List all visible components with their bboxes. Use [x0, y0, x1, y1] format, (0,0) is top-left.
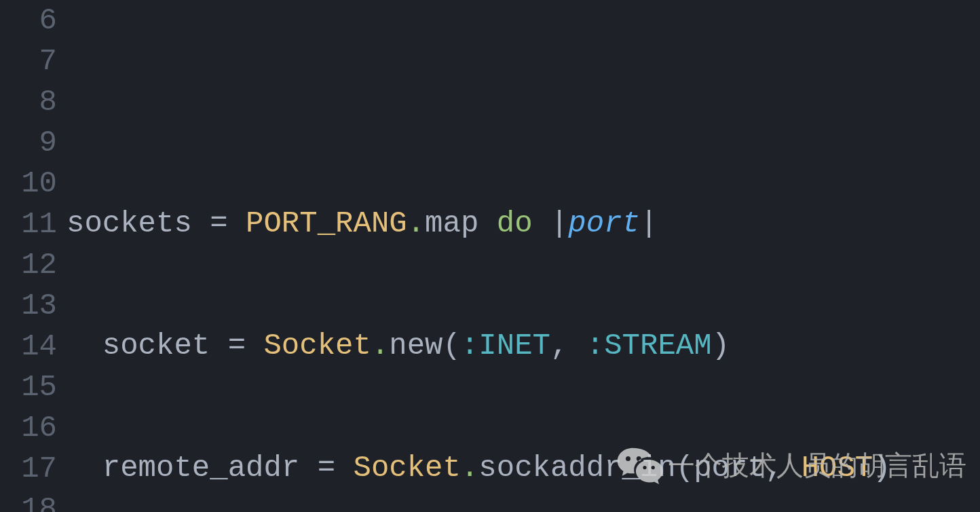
- token-operator: =: [210, 329, 263, 363]
- line-number: 18: [0, 489, 57, 512]
- token-method: map: [425, 206, 478, 240]
- line-number: 15: [0, 367, 57, 407]
- token-parameter: port: [568, 206, 640, 240]
- line-number: 10: [0, 163, 57, 204]
- wechat-icon: [616, 445, 664, 485]
- code-line: [67, 81, 980, 122]
- watermark: 一个技术人员的胡言乱语: [616, 445, 966, 485]
- line-number: 8: [0, 81, 57, 122]
- token-class: Socket: [353, 451, 460, 485]
- line-number: 13: [0, 285, 57, 326]
- token-constant: PORT_RANG: [246, 206, 407, 240]
- token-variable: socket: [102, 329, 210, 363]
- token-variable: sockets: [67, 206, 192, 240]
- line-number: 16: [0, 407, 57, 448]
- token-symbol: :INET: [461, 329, 550, 363]
- token-keyword: do: [497, 206, 533, 240]
- token-dot: .: [461, 451, 478, 485]
- code-line: sockets = PORT_RANG.map do |port|: [67, 203, 980, 244]
- line-number-gutter: 6 7 8 9 10 11 12 13 14 15 16 17 18: [0, 0, 67, 512]
- token-punct: (: [443, 329, 461, 363]
- line-number: 6: [0, 0, 57, 41]
- token-dot: .: [407, 206, 425, 240]
- token-class: Socket: [263, 329, 371, 363]
- token-punct: |: [550, 206, 568, 240]
- line-number: 11: [0, 204, 57, 244]
- line-number: 7: [0, 41, 57, 81]
- code-editor: 6 7 8 9 10 11 12 13 14 15 16 17 18 socke…: [0, 0, 980, 512]
- code-line: socket = Socket.new(:INET, :STREAM): [67, 325, 980, 366]
- token-operator: =: [192, 206, 246, 240]
- token-operator: =: [299, 451, 353, 485]
- line-number: 12: [0, 244, 57, 285]
- token-method: new: [389, 329, 442, 363]
- watermark-text: 一个技术人员的胡言乱语: [668, 447, 966, 483]
- token-dot: .: [371, 329, 389, 363]
- token-symbol: :STREAM: [586, 329, 712, 363]
- line-number: 14: [0, 326, 57, 367]
- token-punct: ): [712, 329, 730, 363]
- token-punct: ,: [550, 329, 586, 363]
- line-number: 17: [0, 448, 57, 489]
- token-variable: remote_addr: [102, 451, 299, 485]
- line-number: 9: [0, 122, 57, 163]
- token-punct: |: [640, 206, 658, 240]
- code-content[interactable]: sockets = PORT_RANG.map do |port| socket…: [67, 0, 980, 512]
